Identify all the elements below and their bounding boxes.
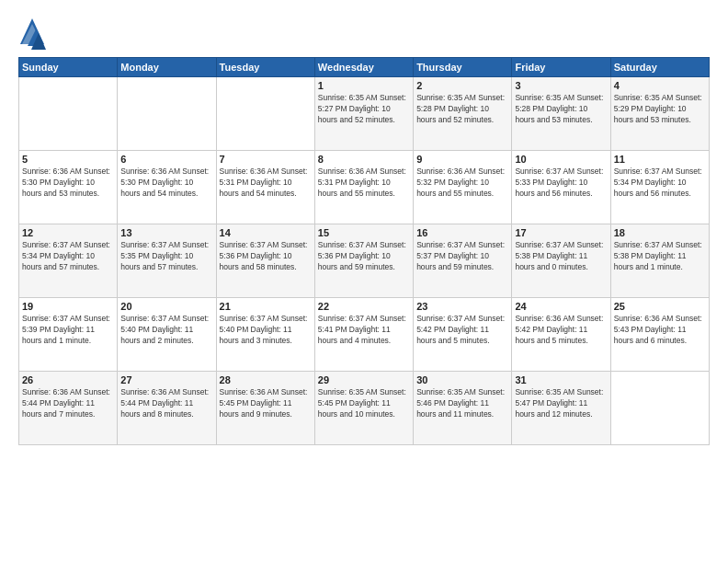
day-number: 8 [318, 154, 410, 165]
day-cell: 26Sunrise: 6:36 AM Sunset: 5:44 PM Dayli… [19, 372, 118, 445]
day-number: 3 [515, 80, 607, 91]
day-info: Sunrise: 6:35 AM Sunset: 5:28 PM Dayligh… [416, 93, 508, 126]
day-cell: 20Sunrise: 6:37 AM Sunset: 5:40 PM Dayli… [118, 298, 216, 372]
logo [18, 17, 46, 50]
day-cell: 6Sunrise: 6:36 AM Sunset: 5:30 PM Daylig… [118, 151, 216, 224]
calendar-page: SundayMondayTuesdayWednesdayThursdayFrid… [0, 0, 728, 563]
weekday-sunday: Sunday [19, 58, 118, 77]
weekday-friday: Friday [512, 58, 610, 77]
day-number: 26 [22, 374, 114, 385]
day-info: Sunrise: 6:37 AM Sunset: 5:33 PM Dayligh… [515, 167, 607, 200]
day-info: Sunrise: 6:37 AM Sunset: 5:34 PM Dayligh… [614, 167, 706, 200]
day-number: 10 [515, 154, 607, 165]
day-cell [118, 77, 216, 151]
day-number: 22 [318, 301, 410, 312]
day-cell: 23Sunrise: 6:37 AM Sunset: 5:42 PM Dayli… [414, 298, 512, 372]
week-row-5: 26Sunrise: 6:36 AM Sunset: 5:44 PM Dayli… [19, 372, 710, 445]
day-cell: 28Sunrise: 6:36 AM Sunset: 5:45 PM Dayli… [216, 372, 314, 445]
day-info: Sunrise: 6:37 AM Sunset: 5:41 PM Dayligh… [318, 314, 410, 347]
day-cell: 10Sunrise: 6:37 AM Sunset: 5:33 PM Dayli… [512, 151, 610, 224]
weekday-monday: Monday [118, 58, 216, 77]
day-number: 12 [22, 227, 114, 238]
day-cell: 9Sunrise: 6:36 AM Sunset: 5:32 PM Daylig… [414, 151, 512, 224]
day-info: Sunrise: 6:37 AM Sunset: 5:35 PM Dayligh… [120, 240, 212, 273]
day-cell [610, 372, 709, 445]
weekday-thursday: Thursday [414, 58, 512, 77]
day-cell: 17Sunrise: 6:37 AM Sunset: 5:38 PM Dayli… [512, 224, 610, 298]
day-info: Sunrise: 6:36 AM Sunset: 5:31 PM Dayligh… [318, 167, 410, 200]
day-cell: 14Sunrise: 6:37 AM Sunset: 5:36 PM Dayli… [216, 224, 314, 298]
day-number: 17 [515, 227, 607, 238]
day-cell: 13Sunrise: 6:37 AM Sunset: 5:35 PM Dayli… [118, 224, 216, 298]
day-number: 25 [614, 301, 706, 312]
weekday-header-row: SundayMondayTuesdayWednesdayThursdayFrid… [19, 58, 710, 77]
day-info: Sunrise: 6:36 AM Sunset: 5:31 PM Dayligh… [220, 167, 312, 200]
day-number: 14 [220, 227, 312, 238]
day-number: 19 [22, 301, 114, 312]
day-info: Sunrise: 6:35 AM Sunset: 5:29 PM Dayligh… [614, 93, 706, 126]
day-number: 21 [220, 301, 312, 312]
day-info: Sunrise: 6:36 AM Sunset: 5:43 PM Dayligh… [614, 314, 706, 347]
day-info: Sunrise: 6:35 AM Sunset: 5:47 PM Dayligh… [515, 387, 607, 420]
day-number: 4 [614, 80, 706, 91]
day-info: Sunrise: 6:36 AM Sunset: 5:42 PM Dayligh… [515, 314, 607, 347]
day-number: 20 [120, 301, 212, 312]
logo-icon [18, 17, 46, 50]
day-info: Sunrise: 6:37 AM Sunset: 5:38 PM Dayligh… [614, 240, 706, 273]
day-number: 9 [416, 154, 508, 165]
day-info: Sunrise: 6:37 AM Sunset: 5:39 PM Dayligh… [22, 314, 114, 347]
day-cell [216, 77, 314, 151]
calendar-table: SundayMondayTuesdayWednesdayThursdayFrid… [18, 57, 710, 445]
day-number: 31 [515, 374, 607, 385]
day-cell: 7Sunrise: 6:36 AM Sunset: 5:31 PM Daylig… [216, 151, 314, 224]
day-info: Sunrise: 6:36 AM Sunset: 5:32 PM Dayligh… [416, 167, 508, 200]
week-row-2: 5Sunrise: 6:36 AM Sunset: 5:30 PM Daylig… [19, 151, 710, 224]
day-info: Sunrise: 6:35 AM Sunset: 5:46 PM Dayligh… [416, 387, 508, 420]
day-number: 6 [120, 154, 212, 165]
weekday-saturday: Saturday [610, 58, 709, 77]
day-cell: 21Sunrise: 6:37 AM Sunset: 5:40 PM Dayli… [216, 298, 314, 372]
day-number: 13 [120, 227, 212, 238]
day-number: 11 [614, 154, 706, 165]
header [18, 17, 710, 50]
day-cell: 18Sunrise: 6:37 AM Sunset: 5:38 PM Dayli… [610, 224, 709, 298]
day-number: 1 [318, 80, 410, 91]
day-cell: 8Sunrise: 6:36 AM Sunset: 5:31 PM Daylig… [314, 151, 413, 224]
day-info: Sunrise: 6:36 AM Sunset: 5:45 PM Dayligh… [220, 387, 312, 420]
day-cell: 12Sunrise: 6:37 AM Sunset: 5:34 PM Dayli… [19, 224, 118, 298]
day-number: 29 [318, 374, 410, 385]
day-cell: 30Sunrise: 6:35 AM Sunset: 5:46 PM Dayli… [414, 372, 512, 445]
day-number: 23 [416, 301, 508, 312]
day-cell: 2Sunrise: 6:35 AM Sunset: 5:28 PM Daylig… [414, 77, 512, 151]
day-info: Sunrise: 6:37 AM Sunset: 5:34 PM Dayligh… [22, 240, 114, 273]
day-cell: 4Sunrise: 6:35 AM Sunset: 5:29 PM Daylig… [610, 77, 709, 151]
day-info: Sunrise: 6:37 AM Sunset: 5:38 PM Dayligh… [515, 240, 607, 273]
day-number: 16 [416, 227, 508, 238]
day-info: Sunrise: 6:35 AM Sunset: 5:27 PM Dayligh… [318, 93, 410, 126]
week-row-3: 12Sunrise: 6:37 AM Sunset: 5:34 PM Dayli… [19, 224, 710, 298]
day-number: 15 [318, 227, 410, 238]
day-cell: 27Sunrise: 6:36 AM Sunset: 5:44 PM Dayli… [118, 372, 216, 445]
day-number: 18 [614, 227, 706, 238]
day-number: 30 [416, 374, 508, 385]
day-number: 28 [220, 374, 312, 385]
day-info: Sunrise: 6:37 AM Sunset: 5:40 PM Dayligh… [220, 314, 312, 347]
day-number: 2 [416, 80, 508, 91]
weekday-tuesday: Tuesday [216, 58, 314, 77]
day-cell: 24Sunrise: 6:36 AM Sunset: 5:42 PM Dayli… [512, 298, 610, 372]
day-info: Sunrise: 6:37 AM Sunset: 5:40 PM Dayligh… [120, 314, 212, 347]
day-number: 27 [120, 374, 212, 385]
day-cell: 5Sunrise: 6:36 AM Sunset: 5:30 PM Daylig… [19, 151, 118, 224]
day-cell: 19Sunrise: 6:37 AM Sunset: 5:39 PM Dayli… [19, 298, 118, 372]
day-info: Sunrise: 6:37 AM Sunset: 5:37 PM Dayligh… [416, 240, 508, 273]
day-info: Sunrise: 6:36 AM Sunset: 5:44 PM Dayligh… [120, 387, 212, 420]
day-info: Sunrise: 6:37 AM Sunset: 5:42 PM Dayligh… [416, 314, 508, 347]
weekday-wednesday: Wednesday [314, 58, 413, 77]
day-cell: 3Sunrise: 6:35 AM Sunset: 5:28 PM Daylig… [512, 77, 610, 151]
day-number: 24 [515, 301, 607, 312]
day-cell: 1Sunrise: 6:35 AM Sunset: 5:27 PM Daylig… [314, 77, 413, 151]
week-row-4: 19Sunrise: 6:37 AM Sunset: 5:39 PM Dayli… [19, 298, 710, 372]
day-cell: 29Sunrise: 6:35 AM Sunset: 5:45 PM Dayli… [314, 372, 413, 445]
day-cell: 16Sunrise: 6:37 AM Sunset: 5:37 PM Dayli… [414, 224, 512, 298]
day-number: 5 [22, 154, 114, 165]
